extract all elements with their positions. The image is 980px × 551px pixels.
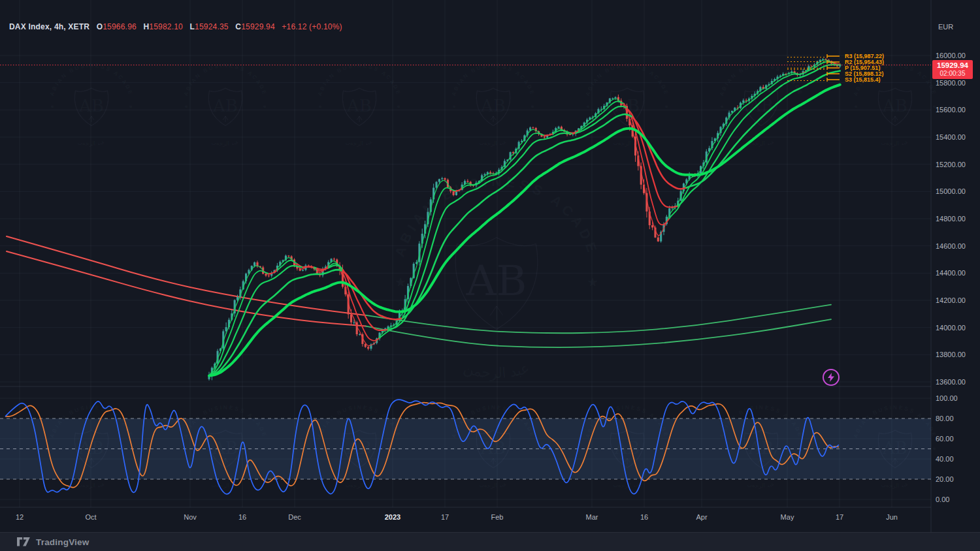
- high-value: 15982.10: [149, 22, 183, 31]
- svg-text:ARABIAN BUSINESS ACADEMY: ARABIAN BUSINESS ACADEMY: [0, 0, 269, 97]
- watermark-logo: ARABIAN BUSINESS ACADEMYعبد الرحمن★★AB: [0, 0, 269, 489]
- price-tick: 14000.00: [936, 324, 966, 332]
- price-tick: 15600.00: [936, 106, 966, 114]
- slow_ma_1-green: [366, 305, 831, 334]
- svg-text:ARABIAN BUSINESS ACADEMY: ARABIAN BUSINESS ACADEMY: [0, 0, 804, 439]
- last-price-value: 15929.94: [932, 61, 973, 70]
- svg-text:عبد الرحمن: عبد الرحمن: [881, 480, 909, 489]
- watermark-logo: ARABIAN BUSINESS ACADEMYعبد الرحمن★★AB: [0, 0, 536, 489]
- price-tick: 14800.00: [936, 215, 966, 223]
- time-tick: 17: [825, 513, 855, 521]
- bar-countdown: 02:00:35: [932, 70, 973, 77]
- time-tick: Oct: [76, 513, 106, 521]
- svg-text:ARABIAN BUSINESS ACADEMY: ARABIAN BUSINESS ACADEMY: [0, 0, 135, 439]
- time-tick: May: [772, 513, 802, 521]
- time-tick: Feb: [482, 513, 512, 521]
- high-label: H: [143, 22, 149, 31]
- price-tick: 14400.00: [936, 269, 966, 277]
- time-tick: 17: [430, 513, 460, 521]
- svg-text:★: ★: [451, 104, 456, 110]
- svg-text:عبد الرحمن: عبد الرحمن: [77, 138, 106, 147]
- time-tick: Jun: [877, 513, 907, 521]
- stoch-tick: 0.00: [936, 496, 949, 503]
- svg-text:AB: AB: [480, 96, 506, 116]
- price-tick: 13600.00: [936, 378, 966, 386]
- low-label: L: [190, 22, 195, 31]
- tradingview-chart-window: ARABIAN BUSINESS ACADEMYعبد الرحمن★★ABAR…: [0, 0, 980, 551]
- open-label: O: [97, 22, 103, 31]
- svg-text:عبد الرحمن: عبد الرحمن: [479, 480, 508, 489]
- pivot-label: S3 (15,815.4): [845, 77, 881, 83]
- price-tick: 15400.00: [936, 133, 966, 141]
- svg-text:ARABIAN BUSINESS ACADEMY: ARABIAN BUSINESS ACADEMY: [0, 0, 804, 97]
- svg-text:عبد الرحمن: عبد الرحمن: [747, 480, 776, 489]
- price-tick: 14200.00: [936, 296, 966, 304]
- svg-text:★: ★: [318, 104, 322, 110]
- svg-text:AB: AB: [212, 96, 238, 116]
- time-tick: Dec: [280, 513, 310, 521]
- close-value: 15929.94: [241, 22, 275, 31]
- svg-text:عبد الرحمن: عبد الرحمن: [345, 138, 374, 147]
- pivot-lines: [787, 54, 840, 82]
- time-tick: Mar: [577, 513, 607, 521]
- open-value: 15966.96: [103, 22, 137, 31]
- svg-text:ARABIAN BUSINESS ACADEMY: ARABIAN BUSINESS ACADEMY: [0, 0, 135, 97]
- slow_ma_1-red: [7, 236, 366, 315]
- price-tick: 16000.00: [936, 52, 966, 59]
- svg-text:★: ★: [396, 104, 400, 110]
- svg-text:★: ★: [853, 104, 858, 110]
- slow_ma_2-red: [7, 251, 366, 326]
- watermark-logo: ARABIAN BUSINESS ACADEMYعبد الرحمن★★AB: [0, 0, 601, 381]
- svg-text:AB: AB: [882, 96, 907, 116]
- svg-text:★: ★: [50, 104, 54, 110]
- price-tick: 15800.00: [936, 79, 966, 87]
- close-label: C: [235, 22, 241, 31]
- svg-text:AB: AB: [78, 96, 104, 116]
- price-tick: 15000.00: [936, 187, 966, 195]
- svg-text:عبد الرحمن: عبد الرحمن: [881, 138, 909, 147]
- price-tick: 13800.00: [936, 351, 966, 358]
- time-tick: Apr: [687, 513, 717, 521]
- time-tick: Nov: [175, 513, 205, 521]
- slow_ma_2-green: [366, 319, 831, 347]
- symbol-info-bar[interactable]: DAX Index, 4h, XETR O15966.96 H15982.10 …: [9, 22, 342, 31]
- lightning-icon: [827, 373, 835, 382]
- svg-text:ARABIAN BUSINESS ACADEMY: ARABIAN BUSINESS ACADEMY: [0, 0, 670, 97]
- stoch-tick: 100.00: [936, 394, 958, 402]
- svg-text:AB: AB: [466, 257, 527, 305]
- quick-trade-button[interactable]: [823, 369, 840, 386]
- time-tick: 16: [629, 513, 659, 521]
- svg-text:عبد الرحمن: عبد الرحمن: [462, 360, 532, 381]
- tradingview-logo-text: TradingView: [36, 537, 89, 547]
- tradingview-logo[interactable]: TradingView: [17, 537, 89, 547]
- stoch-tick: 40.00: [936, 455, 954, 463]
- svg-text:عبد الرحمن: عبد الرحمن: [77, 480, 106, 489]
- chart-canvas[interactable]: ARABIAN BUSINESS ACADEMYعبد الرحمن★★ABAR…: [0, 0, 980, 551]
- symbol-title: DAX Index, 4h, XETR: [9, 22, 90, 31]
- svg-text:ARABIAN BUSINESS ACADEMY: ARABIAN BUSINESS ACADEMY: [0, 0, 536, 97]
- svg-text:ARABIAN BUSINESS ACADEMY: ARABIAN BUSINESS ACADEMY: [0, 0, 601, 259]
- svg-text:★: ★: [530, 104, 534, 110]
- svg-text:★: ★: [587, 275, 598, 289]
- time-tick: 12: [5, 513, 35, 521]
- svg-text:AB: AB: [346, 96, 372, 116]
- svg-text:★: ★: [932, 446, 936, 452]
- time-tick: 2023: [378, 513, 408, 521]
- low-value: 15924.35: [195, 22, 229, 31]
- svg-text:عبد الرحمن: عبد الرحمن: [211, 138, 240, 147]
- svg-text:★: ★: [128, 104, 133, 110]
- last-price-badge: 15929.94 02:00:35: [932, 60, 973, 79]
- bottom-toolbar: TradingView: [0, 532, 980, 551]
- stoch-tick: 80.00: [936, 415, 954, 422]
- stoch-tick: 60.00: [936, 435, 954, 443]
- svg-text:★: ★: [719, 104, 724, 110]
- svg-text:★: ★: [664, 104, 668, 110]
- change-value: +16.12 (+0.10%): [282, 22, 342, 31]
- svg-text:عبد الرحمن: عبد الرحمن: [479, 138, 508, 147]
- stoch-tick: 20.00: [936, 475, 954, 483]
- price-tick: 15200.00: [936, 161, 966, 168]
- time-tick: 16: [227, 513, 257, 521]
- currency-label: EUR: [938, 23, 953, 31]
- tradingview-icon: [17, 537, 31, 547]
- svg-text:★: ★: [184, 104, 188, 110]
